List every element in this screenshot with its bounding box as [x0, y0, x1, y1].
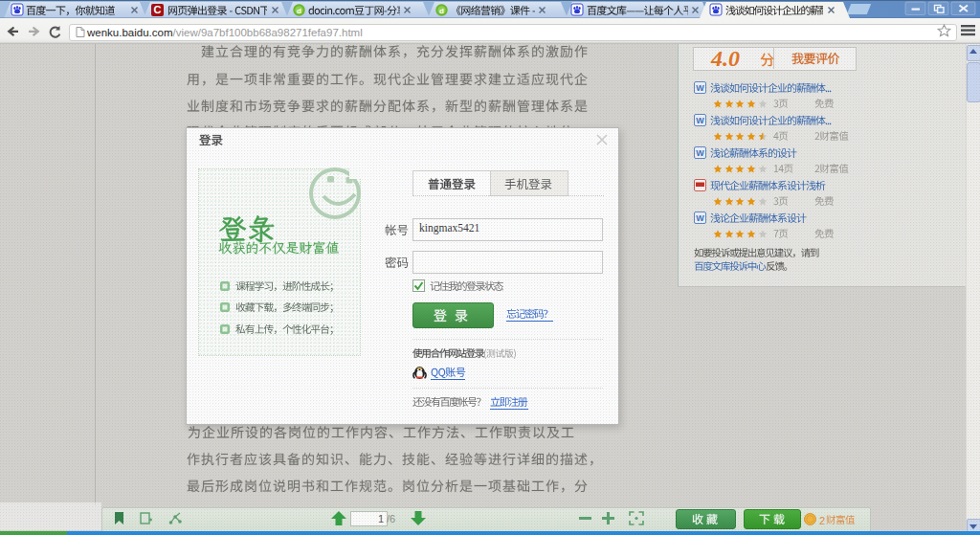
svg-text:W: W	[696, 213, 704, 223]
svg-text:W: W	[696, 148, 704, 158]
svg-text:W: W	[696, 116, 704, 125]
svg-text:d: d	[439, 7, 444, 15]
svg-text:d: d	[297, 7, 301, 15]
svg-text:W: W	[696, 83, 704, 93]
svg-text:C: C	[154, 4, 162, 15]
